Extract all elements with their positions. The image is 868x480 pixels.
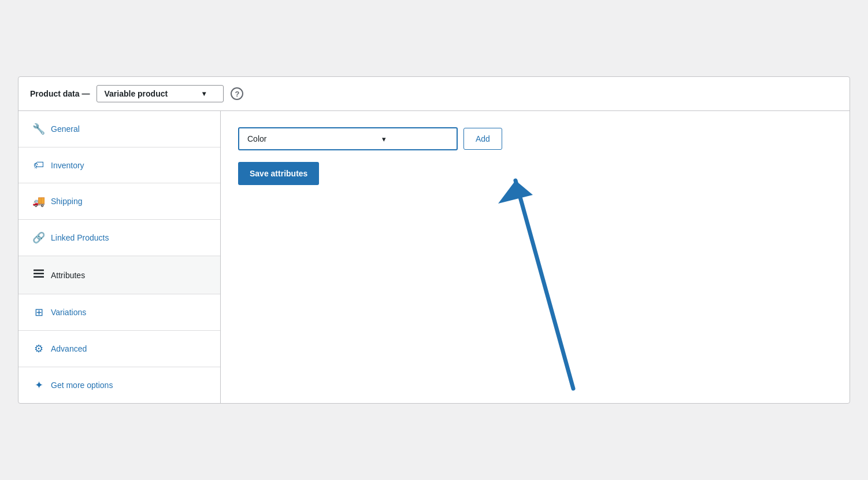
chevron-down-icon: ▾: [202, 90, 206, 98]
sidebar-item-label: Inventory: [51, 161, 84, 170]
panel-body: 🔧 General 🏷 Inventory 🚚 Shipping 🔗 Linke…: [18, 111, 850, 403]
wrench-icon: 🔧: [32, 123, 45, 135]
sidebar-item-variations[interactable]: ⊞ Variations: [18, 294, 220, 331]
sidebar-item-label: Linked Products: [51, 233, 109, 242]
arrow-annotation: [487, 157, 602, 403]
attribute-select-value: Color: [247, 134, 266, 143]
sidebar-item-label: General: [51, 124, 80, 134]
panel-header: Product data — Variable product ▾ ?: [18, 77, 850, 111]
sidebar-item-label: Shipping: [51, 197, 83, 206]
gear-icon: ⚙: [32, 342, 45, 355]
svg-rect-1: [34, 273, 44, 275]
grid-icon: ⊞: [32, 306, 45, 319]
product-type-select[interactable]: Variable product ▾: [97, 85, 224, 102]
product-data-panel: Product data — Variable product ▾ ? 🔧 Ge…: [18, 76, 850, 404]
sidebar-item-inventory[interactable]: 🏷 Inventory: [18, 147, 220, 183]
add-button[interactable]: Add: [463, 128, 502, 150]
tag-icon: 🏷: [32, 159, 45, 171]
sidebar-item-general[interactable]: 🔧 General: [18, 111, 220, 147]
save-attributes-button[interactable]: Save attributes: [238, 162, 319, 185]
star-icon: ✦: [32, 379, 45, 392]
truck-icon: 🚚: [32, 195, 45, 208]
main-content: Color ▾ Add Save attributes: [221, 111, 850, 403]
sidebar-item-advanced[interactable]: ⚙ Advanced: [18, 331, 220, 367]
svg-rect-2: [34, 276, 44, 278]
product-type-label: Variable product: [104, 89, 168, 98]
attribute-row: Color ▾ Add: [238, 127, 832, 150]
panel-title: Product data —: [30, 89, 90, 98]
chevron-down-icon: ▾: [382, 135, 386, 143]
sidebar: 🔧 General 🏷 Inventory 🚚 Shipping 🔗 Linke…: [18, 111, 221, 403]
svg-rect-0: [34, 269, 44, 271]
sidebar-item-linked-products[interactable]: 🔗 Linked Products: [18, 220, 220, 256]
link-icon: 🔗: [32, 231, 45, 244]
list-icon: [32, 268, 45, 282]
svg-line-3: [515, 180, 573, 389]
sidebar-item-label: Attributes: [51, 271, 85, 280]
help-label: ?: [235, 90, 239, 98]
sidebar-item-label: Get more options: [51, 381, 113, 390]
sidebar-item-label: Advanced: [51, 344, 87, 353]
sidebar-item-shipping[interactable]: 🚚 Shipping: [18, 183, 220, 220]
help-icon[interactable]: ?: [231, 87, 243, 100]
sidebar-item-label: Variations: [51, 308, 86, 317]
sidebar-item-get-more-options[interactable]: ✦ Get more options: [18, 367, 220, 403]
sidebar-item-attributes[interactable]: Attributes: [18, 256, 220, 294]
svg-marker-4: [498, 180, 533, 204]
attribute-select[interactable]: Color ▾: [238, 127, 458, 150]
